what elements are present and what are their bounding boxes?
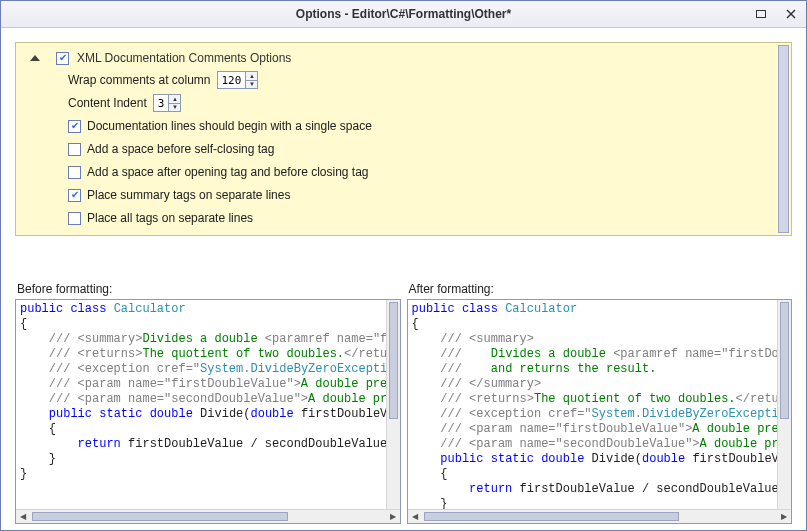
checkbox-xml-doc-options[interactable] [56, 52, 69, 65]
opt-label: Documentation lines should begin with a … [87, 119, 372, 133]
scroll-right-icon[interactable]: ▶ [386, 510, 400, 523]
opt-label: Place all tags on separate lines [87, 211, 253, 225]
scroll-right-icon[interactable]: ▶ [777, 510, 791, 523]
scroll-left-icon[interactable]: ◀ [16, 510, 30, 523]
checkbox-single-space[interactable] [68, 120, 81, 133]
after-preview: After formatting: public class Calculato… [407, 280, 793, 524]
checkbox-summary-separate-lines[interactable] [68, 189, 81, 202]
before-preview: Before formatting: public class Calculat… [15, 280, 401, 524]
opt-label: Place summary tags on separate lines [87, 188, 290, 202]
before-label: Before formatting: [15, 280, 401, 299]
checkbox-space-before-selfclose[interactable] [68, 143, 81, 156]
wrap-column-label: Wrap comments at column [68, 73, 211, 87]
checkbox-all-tags-separate-lines[interactable] [68, 212, 81, 225]
close-button[interactable] [776, 1, 806, 27]
horizontal-scrollbar[interactable]: ◀ ▶ [16, 509, 400, 523]
vertical-scrollbar[interactable] [777, 300, 791, 509]
window-title: Options - Editor\C#\Formatting\Other* [296, 7, 511, 21]
spin-down-icon[interactable]: ▼ [169, 103, 180, 112]
before-code: public class Calculator { /// <summary>D… [16, 300, 400, 509]
xml-doc-options-panel: XML Documentation Comments Options Wrap … [15, 42, 792, 236]
spin-down-icon[interactable]: ▼ [246, 80, 257, 89]
panel-title: XML Documentation Comments Options [77, 51, 291, 65]
opt-label: Add a space before self-closing tag [87, 142, 274, 156]
vertical-scrollbar[interactable] [386, 300, 400, 509]
titlebar: Options - Editor\C#\Formatting\Other* [1, 1, 806, 28]
opt-label: Add a space after opening tag and before… [87, 165, 369, 179]
content-indent-label: Content Indent [68, 96, 147, 110]
collapse-icon[interactable] [30, 55, 40, 61]
content-indent-input[interactable]: 3 ▲▼ [153, 94, 182, 112]
horizontal-scrollbar[interactable]: ◀ ▶ [408, 509, 792, 523]
maximize-button[interactable] [746, 1, 776, 27]
checkbox-space-after-opening[interactable] [68, 166, 81, 179]
spin-up-icon[interactable]: ▲ [169, 95, 180, 103]
svg-rect-0 [757, 11, 766, 18]
spin-up-icon[interactable]: ▲ [246, 72, 257, 80]
scroll-left-icon[interactable]: ◀ [408, 510, 422, 523]
wrap-column-input[interactable]: 120 ▲▼ [217, 71, 259, 89]
after-label: After formatting: [407, 280, 793, 299]
after-code: public class Calculator { /// <summary> … [408, 300, 792, 509]
